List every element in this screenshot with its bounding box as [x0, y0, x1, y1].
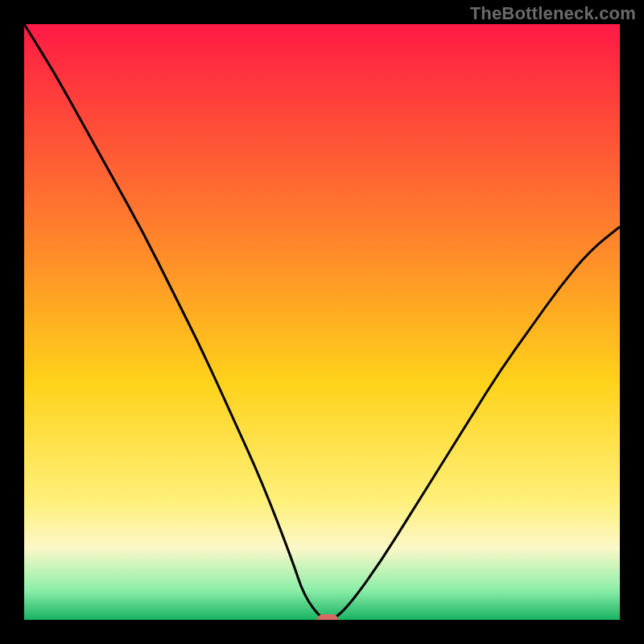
bottleneck-curve [24, 24, 620, 620]
chart-frame: TheBottleneck.com [0, 0, 644, 644]
optimal-point-marker [317, 614, 338, 620]
watermark-text: TheBottleneck.com [470, 3, 636, 24]
plot-area [24, 24, 620, 620]
curve-path [24, 24, 620, 620]
